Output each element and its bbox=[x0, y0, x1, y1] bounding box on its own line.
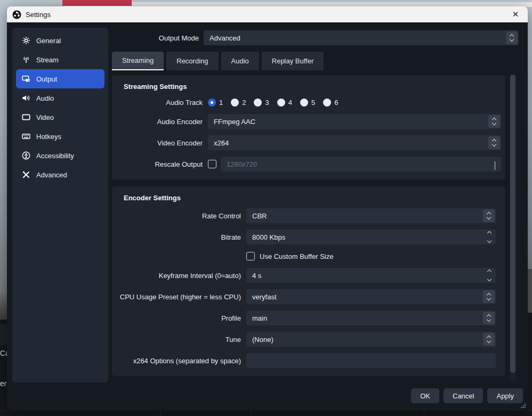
button-label: OK bbox=[420, 392, 430, 400]
button-label: Cancel bbox=[453, 392, 474, 400]
x264-options-input[interactable] bbox=[246, 353, 496, 368]
sidebar-item-hotkeys[interactable]: Hotkeys bbox=[16, 127, 104, 146]
tab-streaming[interactable]: Streaming bbox=[112, 52, 164, 70]
radio-label: 3 bbox=[265, 99, 269, 107]
rescale-output-label: Rescale Output bbox=[118, 160, 208, 168]
resize-grip-icon[interactable] bbox=[520, 403, 526, 409]
use-custom-buffer-label: Use Custom Buffer Size bbox=[260, 252, 333, 260]
background-divider bbox=[251, 411, 251, 416]
rate-control-value: CBR bbox=[252, 212, 267, 220]
sidebar-item-audio[interactable]: Audio bbox=[16, 88, 104, 108]
sidebar-item-label: Output bbox=[36, 75, 57, 83]
radio-label: 2 bbox=[242, 99, 246, 107]
sidebar-item-label: Accessibility bbox=[36, 152, 74, 160]
output-mode-select[interactable]: Advanced bbox=[204, 30, 519, 45]
background-shade bbox=[527, 313, 532, 416]
use-custom-buffer-checkbox[interactable] bbox=[246, 252, 255, 260]
cpu-usage-preset-select[interactable]: veryfast bbox=[246, 289, 496, 304]
radio-audio-track-2[interactable] bbox=[231, 99, 239, 107]
rescale-output-row: Rescale Output 1280x720 bbox=[118, 157, 501, 172]
audio-encoder-select[interactable]: FFmpeg AAC bbox=[208, 114, 501, 129]
sidebar-item-advanced[interactable]: Advanced bbox=[16, 165, 104, 184]
rescale-resolution-value: 1280x720 bbox=[227, 160, 257, 168]
rate-control-select[interactable]: CBR bbox=[246, 208, 496, 223]
keyframe-interval-value: 4 s bbox=[252, 272, 261, 280]
dropdown-spinner-icon[interactable] bbox=[488, 136, 500, 149]
background-red-strip bbox=[62, 0, 132, 6]
sidebar-item-stream[interactable]: Stream bbox=[16, 50, 104, 69]
scrollbar-thumb[interactable] bbox=[510, 75, 515, 373]
profile-select[interactable]: main bbox=[246, 311, 496, 325]
sidebar-item-label: Advanced bbox=[36, 171, 67, 179]
output-mode-row: Output Mode Advanced bbox=[112, 30, 519, 45]
keyboard-icon bbox=[21, 132, 30, 141]
tab-label: Recording bbox=[176, 57, 208, 65]
video-encoder-value: x264 bbox=[214, 139, 229, 147]
dropdown-spinner-icon[interactable] bbox=[483, 333, 495, 346]
gear-icon bbox=[21, 36, 30, 45]
cpu-usage-preset-row: CPU Usage Preset (higher = less CPU) ver… bbox=[118, 289, 501, 304]
sidebar-item-label: General bbox=[36, 37, 61, 45]
dropdown-spinner-icon[interactable] bbox=[483, 312, 495, 324]
dropdown-spinner-icon[interactable] bbox=[483, 290, 495, 303]
spinbox-arrows-icon[interactable] bbox=[488, 270, 491, 281]
audio-track-radios: 1 2 3 4 5 6 bbox=[208, 99, 501, 107]
output-tabs: Streaming Recording Audio Replay Buffer bbox=[112, 52, 519, 70]
background-divider bbox=[160, 411, 160, 416]
radio-label: 5 bbox=[311, 99, 315, 107]
video-encoder-row: Video Encoder x264 bbox=[118, 135, 501, 150]
tune-select[interactable]: (None) bbox=[246, 332, 496, 347]
radio-audio-track-1[interactable] bbox=[208, 99, 216, 107]
close-icon[interactable]: ✕ bbox=[509, 10, 522, 19]
background-panel bbox=[0, 324, 7, 345]
profile-row: Profile main bbox=[118, 311, 501, 325]
radio-audio-track-6[interactable] bbox=[323, 99, 331, 107]
rescale-output-checkbox[interactable] bbox=[208, 160, 216, 168]
vertical-scrollbar[interactable] bbox=[510, 75, 516, 382]
video-encoder-select[interactable]: x264 bbox=[208, 135, 501, 150]
profile-value: main bbox=[252, 314, 267, 322]
encoder-settings-group: Encoder Settings Rate Control CBR Bitrat… bbox=[112, 186, 505, 376]
radio-label: 1 bbox=[219, 99, 223, 107]
tab-audio[interactable]: Audio bbox=[221, 52, 259, 70]
ok-button[interactable]: OK bbox=[411, 388, 439, 403]
tab-replay-buffer[interactable]: Replay Buffer bbox=[262, 52, 324, 70]
cpu-usage-preset-value: veryfast bbox=[252, 293, 277, 301]
profile-label: Profile bbox=[118, 314, 246, 322]
radio-audio-track-4[interactable] bbox=[277, 99, 285, 107]
bitrate-spinbox[interactable]: 8000 Kbps bbox=[246, 230, 496, 244]
tab-label: Audio bbox=[231, 57, 249, 65]
radio-audio-track-3[interactable] bbox=[254, 99, 262, 107]
tab-label: Replay Buffer bbox=[272, 57, 314, 65]
dropdown-spinner-icon[interactable] bbox=[483, 209, 495, 222]
group-title: Streaming Settings bbox=[118, 80, 501, 97]
spinbox-arrows-icon[interactable] bbox=[488, 232, 491, 242]
bitrate-value: 8000 Kbps bbox=[252, 233, 285, 241]
bitrate-label: Bitrate bbox=[118, 233, 246, 241]
bitrate-row: Bitrate 8000 Kbps bbox=[118, 230, 501, 244]
sidebar-item-accessibility[interactable]: Accessibility bbox=[16, 146, 104, 165]
titlebar[interactable]: Settings ✕ bbox=[7, 6, 528, 22]
dialog-footer: OK Cancel Apply bbox=[411, 388, 523, 403]
radio-label: 6 bbox=[334, 99, 338, 107]
settings-dialog: Settings ✕ General Stream Output Au bbox=[7, 6, 528, 410]
tune-row: Tune (None) bbox=[118, 332, 501, 347]
sidebar-item-output[interactable]: Output bbox=[16, 69, 104, 88]
keyframe-interval-spinbox[interactable]: 4 s bbox=[246, 268, 496, 283]
radio-label: 4 bbox=[288, 99, 292, 107]
button-label: Apply bbox=[496, 392, 514, 400]
sidebar-item-video[interactable]: Video bbox=[16, 108, 104, 127]
audio-encoder-label: Audio Encoder bbox=[118, 118, 208, 126]
radio-audio-track-5[interactable] bbox=[300, 99, 308, 107]
dropdown-spinner-icon[interactable] bbox=[488, 115, 500, 128]
monitor-icon bbox=[21, 113, 30, 122]
sidebar-item-general[interactable]: General bbox=[16, 31, 104, 50]
dropdown-spinner-icon[interactable] bbox=[506, 31, 518, 44]
background-text-fragment: er bbox=[0, 379, 6, 388]
streaming-settings-group: Streaming Settings Audio Track 1 2 3 4 5 bbox=[112, 75, 505, 180]
output-mode-label: Output Mode bbox=[112, 34, 204, 42]
x264-options-row: x264 Options (separated by space) bbox=[118, 353, 501, 368]
tab-recording[interactable]: Recording bbox=[166, 52, 218, 70]
apply-button[interactable]: Apply bbox=[487, 388, 523, 403]
cancel-button[interactable]: Cancel bbox=[444, 388, 483, 403]
